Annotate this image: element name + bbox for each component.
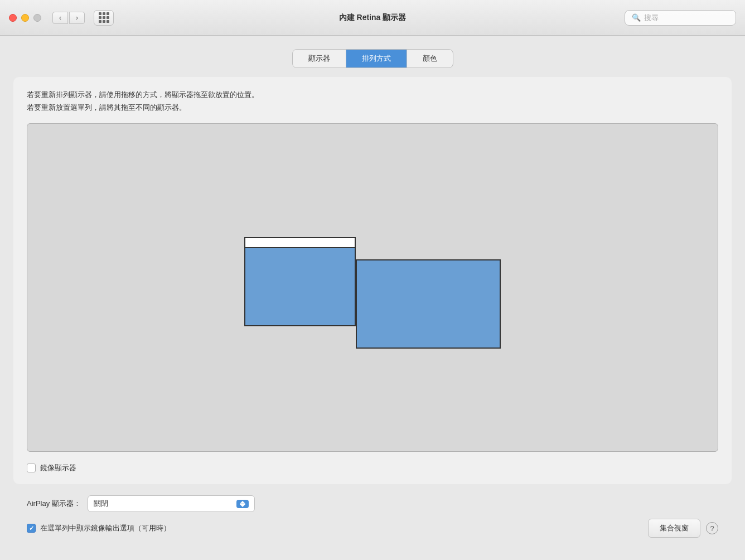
monitor-1[interactable] [244, 237, 356, 326]
mirror-checkbox-row: 鏡像顯示器 [27, 463, 718, 473]
search-icon: 🔍 [632, 13, 641, 22]
arrow-down-icon [240, 504, 245, 507]
bottom-row: ✓ 在選單列中顯示鏡像輸出選項（可用時） 集合視窗 ? [27, 519, 718, 538]
airplay-select[interactable]: 關閉 [88, 495, 255, 512]
show-mirror-label: 在選單列中顯示鏡像輸出選項（可用時） [40, 523, 171, 533]
main-content: 顯示器 排列方式 顏色 若要重新排列顯示器，請使用拖移的方式，將顯示器拖至欲放置… [0, 36, 745, 560]
close-button[interactable] [9, 14, 17, 22]
mirror-checkbox[interactable] [27, 464, 36, 472]
tab-arrangement[interactable]: 排列方式 [346, 50, 407, 67]
tab-display[interactable]: 顯示器 [293, 50, 346, 67]
description-line2: 若要重新放置選單列，請將其拖至不同的顯示器。 [27, 101, 718, 114]
tabs: 顯示器 排列方式 顏色 [292, 49, 453, 68]
grid-icon [99, 12, 109, 23]
bottom-area: AirPlay 顯示器： 關閉 ✓ 在選單列中顯示鏡像輸出選項（可用時） 集合視… [13, 484, 732, 549]
gather-button[interactable]: 集合視窗 [648, 519, 700, 538]
titlebar: ‹ › 內建 Retina 顯示器 🔍 搜尋 [0, 0, 745, 36]
description-line1: 若要重新排列顯示器，請使用拖移的方式，將顯示器拖至欲放置的位置。 [27, 88, 718, 101]
grid-button[interactable] [94, 10, 114, 26]
nav-buttons: ‹ › [52, 12, 85, 24]
maximize-button [33, 14, 41, 22]
minimize-button[interactable] [21, 14, 29, 22]
airplay-select-value: 關閉 [94, 499, 108, 509]
select-arrows-icon [236, 500, 249, 508]
arrow-up-icon [240, 501, 245, 504]
airplay-label: AirPlay 顯示器： [27, 499, 81, 509]
search-box[interactable]: 🔍 搜尋 [625, 10, 736, 26]
mirror-checkbox-label: 鏡像顯示器 [40, 463, 76, 473]
monitor-2[interactable] [356, 259, 501, 349]
panel: 若要重新排列顯示器，請使用拖移的方式，將顯示器拖至欲放置的位置。 若要重新放置選… [13, 77, 732, 484]
display-area[interactable] [27, 123, 718, 452]
airplay-row: AirPlay 顯示器： 關閉 [27, 495, 718, 512]
help-button[interactable]: ? [706, 522, 718, 534]
show-mirror-row: ✓ 在選單列中顯示鏡像輸出選項（可用時） [27, 523, 171, 533]
monitor-1-menubar [245, 238, 355, 248]
displays-wrapper [244, 226, 501, 349]
description: 若要重新排列顯示器，請使用拖移的方式，將顯示器拖至欲放置的位置。 若要重新放置選… [27, 88, 718, 114]
traffic-lights [9, 14, 41, 22]
right-buttons: 集合視窗 ? [648, 519, 718, 538]
window-title: 內建 Retina 顯示器 [339, 13, 407, 23]
search-placeholder: 搜尋 [644, 13, 659, 23]
back-button[interactable]: ‹ [52, 12, 68, 24]
forward-button[interactable]: › [69, 12, 85, 24]
show-mirror-checkbox[interactable]: ✓ [27, 524, 36, 533]
tabs-container: 顯示器 排列方式 顏色 [13, 49, 732, 68]
tab-color[interactable]: 顏色 [407, 50, 453, 67]
checkmark-icon: ✓ [29, 525, 34, 532]
